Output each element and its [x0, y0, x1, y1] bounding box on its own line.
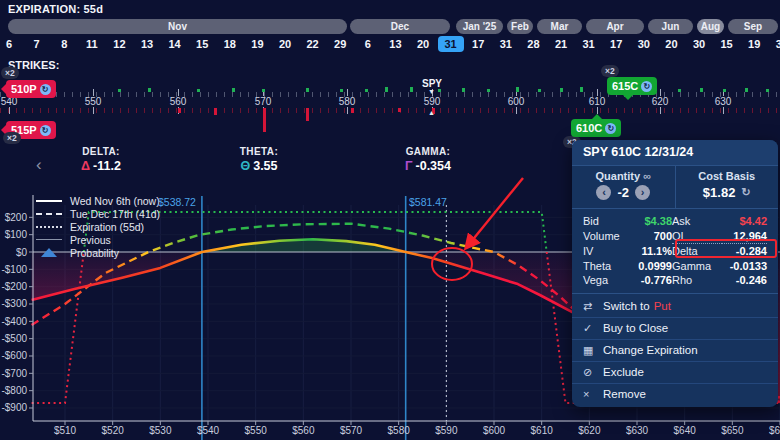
date-cell[interactable]: 20 — [272, 36, 298, 52]
menu-item-exclude[interactable]: ⊘Exclude — [572, 361, 778, 383]
date-cell[interactable]: 20 — [410, 36, 436, 52]
month-chip-aug[interactable]: Aug — [697, 19, 724, 34]
date-cell[interactable]: 12 — [106, 36, 132, 52]
month-chip-jun[interactable]: Jun — [648, 19, 693, 34]
x-axis-label: $590 — [435, 425, 458, 436]
expiration-header: EXPIRATION: 55d — [8, 3, 103, 15]
chart-legend: Wed Nov 6th (now)Tue Dec 17th (41d)Expir… — [34, 194, 160, 259]
strike-badge-510p[interactable]: 510P ↻ — [6, 80, 56, 98]
month-chip-apr[interactable]: Apr — [586, 19, 644, 34]
strike-major-tick — [723, 107, 724, 114]
legend-item-dashed[interactable]: Tue Dec 17th (41d) — [34, 207, 160, 220]
strike-axis-label: 560 — [164, 96, 192, 107]
legend-distribution-icon — [34, 248, 64, 257]
legend-label: Previous — [70, 234, 111, 246]
x-axis-label: $580 — [388, 425, 411, 436]
stat-label-oi: OI — [672, 229, 722, 245]
oi-tick — [538, 89, 541, 92]
roll-icon[interactable]: ↻ — [40, 84, 51, 95]
stat-value-bid: $4.38 — [627, 214, 672, 229]
date-cell[interactable]: 21 — [548, 36, 574, 52]
menu-item-remove[interactable]: ×Remove — [572, 383, 778, 405]
menu-item-buy-to-close[interactable]: ✓Buy to Close — [572, 317, 778, 339]
strike-badge-610c[interactable]: 610C ↻ — [571, 119, 621, 137]
strike-major-tick — [516, 107, 517, 114]
date-cell[interactable]: 14 — [162, 36, 188, 52]
month-chip-mar[interactable]: Mar — [537, 19, 582, 34]
quantity-value[interactable]: -2 — [617, 185, 629, 200]
cost-basis-value: $1.82 — [703, 185, 736, 200]
roll-icon[interactable]: ↻ — [40, 125, 51, 136]
quantity-increment-button[interactable]: › — [635, 185, 650, 200]
legend-dotted-icon — [34, 226, 64, 228]
strike-axis-label: 600 — [502, 96, 530, 107]
date-cell-selected[interactable]: 31 — [438, 36, 464, 52]
date-cell[interactable]: 30 — [686, 36, 712, 52]
date-cell[interactable]: 30 — [631, 36, 657, 52]
date-cell[interactable]: 8 — [51, 36, 77, 52]
contract-stats: Bid$4.38Ask$4.42Volume700OI12,964IV11.1%… — [572, 209, 778, 293]
date-cell[interactable]: 17 — [465, 36, 491, 52]
menu-item-switch-to[interactable]: ⇄Switch toPut — [572, 296, 778, 317]
x-axis-label: $530 — [149, 425, 172, 436]
strike-badge-615c[interactable]: 615C ↻ — [607, 77, 657, 95]
multiplier-badge: ×2 — [1, 67, 19, 79]
month-chip-dec[interactable]: Dec — [350, 19, 450, 34]
y-axis-label: -$100 — [1, 264, 27, 275]
volume-bar — [178, 108, 181, 113]
date-cell[interactable]: 15 — [189, 36, 215, 52]
date-cell[interactable]: 6 — [0, 36, 22, 52]
month-chip-jan25[interactable]: Jan '25 — [456, 19, 503, 34]
strike-major-tick — [597, 107, 598, 114]
oi-tick — [148, 88, 151, 92]
date-cell[interactable]: 13 — [382, 36, 408, 52]
date-cell[interactable]: 30 — [769, 36, 780, 52]
legend-solid-icon — [34, 200, 64, 202]
x-axis-label: $560 — [292, 425, 315, 436]
date-cell[interactable]: 17 — [603, 36, 629, 52]
legend-item-solid[interactable]: Wed Nov 6th (now) — [34, 194, 160, 207]
menu-item-change-expiration[interactable]: ▦Change Expiration — [572, 339, 778, 361]
month-chip-feb[interactable]: Feb — [507, 19, 533, 34]
stat-label-rho: Rho — [672, 273, 722, 288]
roll-icon[interactable]: ↻ — [641, 81, 652, 92]
stat-label-volume: Volume — [583, 229, 627, 245]
date-cell[interactable]: 19 — [741, 36, 767, 52]
spy-up-arrow-icon: ▲ — [428, 109, 435, 116]
x-axis-label: $510 — [54, 425, 77, 436]
legend-item-thin[interactable]: Previous — [34, 233, 160, 246]
menu-item-label: Exclude — [603, 366, 644, 378]
strike-axis-label: 550 — [79, 96, 107, 107]
strike-major-tick — [347, 89, 348, 96]
date-cell[interactable]: 20 — [658, 36, 684, 52]
badge-label: 615C — [612, 80, 638, 92]
x-axis-label: $640 — [674, 425, 697, 436]
date-cell[interactable]: 31 — [493, 36, 519, 52]
date-cell[interactable]: 15 — [714, 36, 740, 52]
breakeven-label-right: $581.47 — [409, 196, 447, 208]
legend-label: Expiration (55d) — [70, 221, 144, 233]
month-chip-sep[interactable]: Sep — [728, 19, 778, 34]
quantity-decrement-button[interactable]: ‹ — [596, 185, 611, 200]
y-axis-label: -$700 — [1, 368, 27, 379]
menu-item-accent: Put — [654, 300, 671, 312]
date-cell[interactable]: 11 — [79, 36, 105, 52]
oi-tick — [766, 89, 769, 92]
date-cell[interactable]: 18 — [217, 36, 243, 52]
legend-item-dotted[interactable]: Expiration (55d) — [34, 220, 160, 233]
date-cell[interactable]: 13 — [134, 36, 160, 52]
date-cell[interactable]: 29 — [327, 36, 353, 52]
stat-value-ask: $4.42 — [722, 214, 767, 229]
date-cell[interactable]: 28 — [520, 36, 546, 52]
date-cell[interactable]: 7 — [24, 36, 50, 52]
roll-icon[interactable]: ↻ — [605, 123, 616, 134]
date-cell[interactable]: 6 — [355, 36, 381, 52]
date-cell[interactable]: 19 — [244, 36, 270, 52]
month-chip-nov[interactable]: Nov — [8, 19, 347, 34]
refresh-icon[interactable]: ↻ — [741, 186, 750, 199]
date-cell[interactable]: 22 — [300, 36, 326, 52]
strike-major-tick — [178, 89, 179, 96]
link-icon[interactable]: ∞ — [643, 170, 651, 182]
date-cell[interactable]: 31 — [576, 36, 602, 52]
legend-item-distribution[interactable]: Probability — [34, 246, 160, 259]
